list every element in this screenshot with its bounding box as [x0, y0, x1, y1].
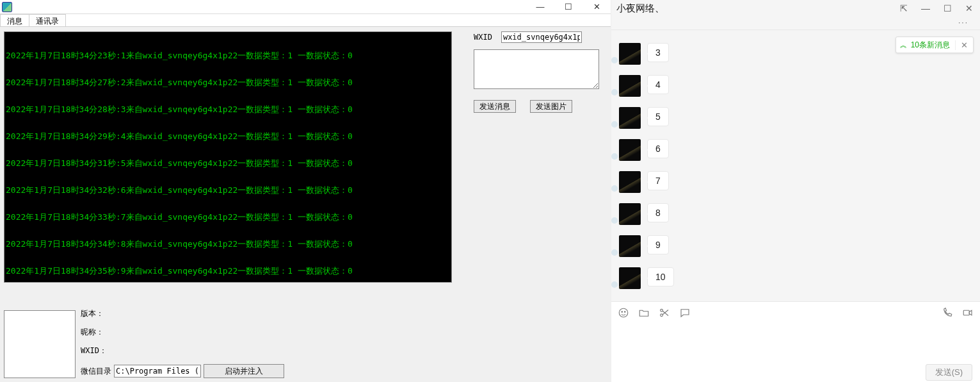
message-bubble[interactable]: 3: [647, 43, 669, 62]
video-icon[interactable]: [962, 307, 974, 319]
log-line: 2022年1月7日18时34分28秒:3来自wxid_svnqey6g4x1p2…: [6, 105, 450, 114]
message-row: 7: [619, 171, 972, 193]
avatar[interactable]: [619, 235, 641, 257]
compose-toolbar: [611, 302, 980, 324]
avatar[interactable]: [619, 107, 641, 129]
chat-titlebar: 小夜网络、 ⇱ — ☐ ✕: [611, 0, 980, 17]
phone-icon[interactable]: [942, 307, 953, 319]
close-button[interactable]: ✕: [958, 1, 980, 16]
log-line: 2022年1月7日18时34分31秒:5来自wxid_svnqey6g4x1p2…: [6, 159, 450, 168]
account-panel: 版本： 昵称： WXID： 微信目录 启动并注入: [4, 308, 284, 378]
close-icon[interactable]: ✕: [955, 40, 973, 50]
message-bubble[interactable]: 7: [647, 171, 669, 190]
dir-input[interactable]: [114, 365, 201, 378]
log-line: 2022年1月7日18时34分29秒:4来自wxid_svnqey6g4x1p2…: [6, 132, 450, 141]
message-row: 10: [619, 267, 972, 289]
main-area: 2022年1月7日18时34分23秒:1来自wxid_svnqey6g4x1p2…: [0, 27, 611, 382]
minimize-button[interactable]: —: [915, 1, 936, 16]
message-bubble[interactable]: 6: [647, 139, 669, 158]
message-bubble[interactable]: 4: [647, 75, 669, 94]
chevron-up-icon: ︽: [896, 40, 911, 50]
message-list: 3 4 5 6 7 8 9 10: [611, 30, 980, 301]
tool-window: — ☐ ✕ 消息 通讯录 2022年1月7日18时34分23秒:1来自wxid_…: [0, 0, 611, 382]
message-row: 6: [619, 139, 972, 161]
scissors-icon[interactable]: [659, 307, 670, 319]
message-row: 8: [619, 203, 972, 225]
svg-rect-5: [963, 310, 969, 315]
nick-label: 昵称：: [81, 327, 284, 338]
app-icon: [2, 2, 12, 12]
avatar[interactable]: [619, 267, 641, 289]
maximize-button[interactable]: ☐: [936, 1, 958, 16]
message-textarea[interactable]: [474, 49, 599, 89]
more-menu-button[interactable]: ···: [952, 18, 975, 27]
chat-body: ︽ 10条新消息 ✕ 3 4 5 6 7 8 9 10: [611, 29, 980, 301]
message-bubble[interactable]: 9: [647, 235, 669, 254]
chat-history-icon[interactable]: [679, 307, 691, 319]
avatar-box: [4, 310, 76, 378]
message-bubble[interactable]: 8: [647, 203, 669, 222]
minimize-button[interactable]: —: [526, 0, 554, 14]
folder-icon[interactable]: [638, 307, 650, 319]
log-line: 2022年1月7日18时34分23秒:1来自wxid_svnqey6g4x1p2…: [6, 51, 450, 60]
pin-button[interactable]: ⇱: [893, 1, 915, 16]
emoji-icon[interactable]: [618, 307, 629, 319]
message-row: 9: [619, 235, 972, 257]
tab-contacts[interactable]: 通讯录: [29, 14, 66, 26]
version-label: 版本：: [81, 308, 284, 319]
avatar[interactable]: [619, 43, 641, 65]
message-bubble[interactable]: 5: [647, 107, 669, 126]
chat-title: 小夜网络、: [616, 3, 664, 15]
wxid-label: WXID: [474, 33, 492, 42]
send-image-button[interactable]: 发送图片: [530, 100, 572, 113]
chat-window: 小夜网络、 ⇱ — ☐ ✕ ··· ︽ 10条新消息 ✕ 3 4 5 6 7: [611, 0, 980, 382]
avatar[interactable]: [619, 75, 641, 97]
maximize-button[interactable]: ☐: [554, 0, 582, 14]
send-panel: WXID 发送消息 发送图片: [474, 31, 602, 113]
svg-point-0: [619, 308, 628, 317]
close-button[interactable]: ✕: [582, 0, 611, 14]
avatar[interactable]: [619, 139, 641, 161]
compose-input[interactable]: [611, 324, 980, 364]
titlebar: — ☐ ✕: [0, 0, 611, 14]
send-message-button[interactable]: 发送消息: [474, 100, 516, 113]
message-row: 5: [619, 107, 972, 129]
dir-label: 微信目录: [81, 366, 111, 377]
avatar[interactable]: [619, 171, 641, 193]
message-row: 4: [619, 75, 972, 97]
log-line: 2022年1月7日18时34分33秒:7来自wxid_svnqey6g4x1p2…: [6, 213, 450, 222]
send-button[interactable]: 发送(S): [926, 364, 972, 381]
svg-point-2: [625, 311, 626, 313]
log-line: 2022年1月7日18时34分27秒:2来自wxid_svnqey6g4x1p2…: [6, 78, 450, 87]
compose-area: 发送(S): [611, 301, 980, 382]
log-line: 2022年1月7日18时34分35秒:9来自wxid_svnqey6g4x1p2…: [6, 267, 450, 276]
log-console[interactable]: 2022年1月7日18时34分23秒:1来自wxid_svnqey6g4x1p2…: [4, 31, 452, 283]
avatar[interactable]: [619, 203, 641, 225]
tab-messages[interactable]: 消息: [0, 14, 29, 26]
new-messages-banner[interactable]: ︽ 10条新消息 ✕: [896, 37, 974, 53]
tab-bar: 消息 通讯录: [0, 14, 611, 27]
launch-inject-button[interactable]: 启动并注入: [204, 364, 284, 378]
svg-point-1: [622, 311, 623, 313]
message-bubble[interactable]: 10: [647, 267, 674, 286]
wxid-input[interactable]: [501, 31, 582, 43]
wxid-info-label: WXID：: [81, 345, 284, 356]
log-line: 2022年1月7日18时34分34秒:8来自wxid_svnqey6g4x1p2…: [6, 240, 450, 249]
log-line: 2022年1月7日18时34分32秒:6来自wxid_svnqey6g4x1p2…: [6, 186, 450, 195]
notif-text: 10条新消息: [911, 40, 955, 51]
